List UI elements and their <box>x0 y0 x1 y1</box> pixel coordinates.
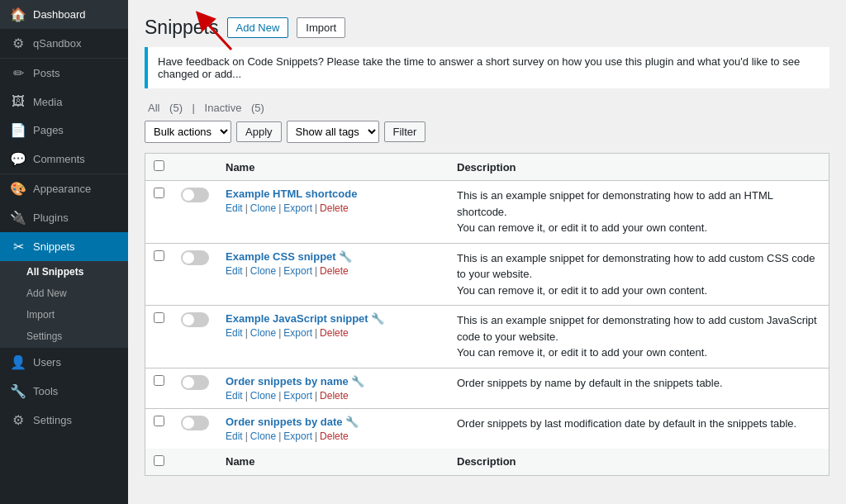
row-1-toggle[interactable] <box>181 250 209 265</box>
sidebar-submenu-all-snippets[interactable]: All Snippets <box>0 261 128 283</box>
row-0-action-clone[interactable]: Clone <box>250 202 276 214</box>
sidebar-submenu-add-new[interactable]: Add New <box>0 283 128 304</box>
import-button[interactable]: Import <box>297 17 345 38</box>
row-3-toggle-cell <box>173 368 217 408</box>
row-2-desc-line2: You can remove it, or edit it to add you… <box>457 345 820 361</box>
row-2-action-edit[interactable]: Edit <box>226 327 243 339</box>
sidebar-item-qsandbox[interactable]: ⚙ qSandbox <box>0 29 128 58</box>
sidebar-submenu-import[interactable]: Import <box>0 304 128 326</box>
row-3-actions: Edit|Clone|Export|Delete <box>226 390 440 402</box>
row-2-toggle[interactable] <box>181 312 209 327</box>
row-4-name-cell: Order snippets by date 🔧Edit|Clone|Expor… <box>217 408 449 449</box>
row-1-description-cell: This is an example snippet for demonstra… <box>449 243 829 306</box>
sidebar-item-snippets[interactable]: ✂ Snippets <box>0 232 128 261</box>
select-all-checkbox[interactable] <box>154 160 164 171</box>
row-0-checkbox-cell <box>145 181 173 244</box>
row-1-name-cell: Example CSS snippet 🔧Edit|Clone|Export|D… <box>217 243 449 306</box>
row-1-action-delete[interactable]: Delete <box>320 265 349 277</box>
row-0-action-export[interactable]: Export <box>283 202 312 214</box>
row-2-action-clone[interactable]: Clone <box>250 327 276 339</box>
plugins-icon: 🔌 <box>10 210 26 226</box>
sidebar-submenu-settings[interactable]: Settings <box>0 326 128 347</box>
notice-bar: Have feedback on Code Snippets? Please t… <box>145 47 829 88</box>
row-0-desc-line1: This is an example snippet for demonstra… <box>457 188 820 220</box>
table-row: Example JavaScript snippet 🔧Edit|Clone|E… <box>145 306 829 368</box>
row-3-action-clone[interactable]: Clone <box>250 390 276 402</box>
row-4-desc-line1: Order snippets by last modification date… <box>457 416 820 432</box>
media-icon: 🖼 <box>10 94 26 109</box>
sidebar-item-comments[interactable]: 💬 Comments <box>0 145 128 174</box>
row-2-description-cell: This is an example snippet for demonstra… <box>449 306 829 368</box>
row-4-actions: Edit|Clone|Export|Delete <box>226 430 440 442</box>
add-new-button[interactable]: Add New <box>227 17 289 38</box>
sidebar-item-users[interactable]: 👤 Users <box>0 348 128 377</box>
row-1-actions: Edit|Clone|Export|Delete <box>226 265 440 277</box>
row-3-action-delete[interactable]: Delete <box>320 390 349 402</box>
row-3-action-edit[interactable]: Edit <box>226 390 243 402</box>
row-4-checkbox[interactable] <box>154 416 164 426</box>
row-1-checkbox[interactable] <box>154 250 164 261</box>
sidebar-item-posts[interactable]: ✏ Posts <box>0 59 128 88</box>
row-0-toggle[interactable] <box>181 188 209 202</box>
row-2-actions: Edit|Clone|Export|Delete <box>226 327 440 339</box>
filter-inactive-link[interactable]: Inactive (5) <box>202 102 268 114</box>
row-2-name-link[interactable]: Example JavaScript snippet 🔧 <box>226 312 384 325</box>
row-4-action-export[interactable]: Export <box>283 430 312 442</box>
row-2-action-delete[interactable]: Delete <box>320 327 349 339</box>
select-all-checkbox-footer[interactable] <box>154 455 164 466</box>
row-0-desc-line2: You can remove it, or edit it to add you… <box>457 220 820 236</box>
page-title: Snippets <box>145 17 219 39</box>
col-checkbox-header <box>145 154 173 181</box>
row-4-action-edit[interactable]: Edit <box>226 430 243 442</box>
row-2-desc-line1: This is an example snippet for demonstra… <box>457 312 820 345</box>
row-0-name-link[interactable]: Example HTML shortcode <box>226 188 357 200</box>
row-0-checkbox[interactable] <box>154 188 164 198</box>
row-3-toggle[interactable] <box>181 375 209 390</box>
row-4-description-cell: Order snippets by last modification date… <box>449 408 829 449</box>
table-row: Example HTML shortcodeEdit|Clone|Export|… <box>145 181 829 244</box>
filter-all-link[interactable]: All (5) <box>145 102 189 114</box>
sidebar-item-media[interactable]: 🖼 Media <box>0 88 128 116</box>
filter-button[interactable]: Filter <box>384 121 426 142</box>
tools-icon: 🔧 <box>10 383 26 399</box>
row-4-checkbox-cell <box>145 408 173 449</box>
row-0-description-cell: This is an example snippet for demonstra… <box>449 181 829 244</box>
row-4-toggle[interactable] <box>181 416 209 430</box>
page-header: Snippets Add New Import <box>145 17 829 39</box>
sidebar-item-tools[interactable]: 🔧 Tools <box>0 377 128 406</box>
col-description-header: Description <box>449 154 829 181</box>
row-1-action-clone[interactable]: Clone <box>250 265 276 277</box>
row-1-name-link[interactable]: Example CSS snippet 🔧 <box>226 250 352 263</box>
row-2-action-export[interactable]: Export <box>283 327 312 339</box>
row-4-name-link[interactable]: Order snippets by date 🔧 <box>226 416 359 428</box>
row-4-action-delete[interactable]: Delete <box>320 430 349 442</box>
row-2-checkbox[interactable] <box>154 312 164 323</box>
bulk-actions-select[interactable]: Bulk actions <box>145 121 231 143</box>
sidebar-item-appearance[interactable]: 🎨 Appearance <box>0 174 128 203</box>
row-4-action-clone[interactable]: Clone <box>250 430 276 442</box>
sidebar-item-dashboard[interactable]: 🏠 Dashboard <box>0 0 128 29</box>
table-row: Order snippets by date 🔧Edit|Clone|Expor… <box>145 408 829 449</box>
row-3-action-export[interactable]: Export <box>283 390 312 402</box>
sidebar-item-pages[interactable]: 📄 Pages <box>0 116 128 145</box>
snippets-submenu: All Snippets Add New Import Settings <box>0 261 128 347</box>
apply-button[interactable]: Apply <box>236 121 282 142</box>
sidebar-item-settings[interactable]: ⚙ Settings <box>0 406 128 435</box>
tags-select[interactable]: Show all tags <box>287 121 379 143</box>
row-0-action-delete[interactable]: Delete <box>320 202 349 214</box>
row-0-actions: Edit|Clone|Export|Delete <box>226 202 440 214</box>
row-3-checkbox[interactable] <box>154 375 164 386</box>
row-0-action-edit[interactable]: Edit <box>226 202 243 214</box>
row-3-description-cell: Order snippets by name by default in the… <box>449 368 829 408</box>
notice-text: Have feedback on Code Snippets? Please t… <box>158 55 800 80</box>
row-3-checkbox-cell <box>145 368 173 408</box>
snippets-table: Name Description Example HTML shortcodeE… <box>145 153 829 476</box>
row-4-toggle-cell <box>173 408 217 449</box>
row-1-desc-line1: This is an example snippet for demonstra… <box>457 250 820 283</box>
qsandbox-icon: ⚙ <box>10 36 26 51</box>
sidebar-item-plugins[interactable]: 🔌 Plugins <box>0 203 128 232</box>
row-0-name-cell: Example HTML shortcodeEdit|Clone|Export|… <box>217 181 449 244</box>
row-1-action-edit[interactable]: Edit <box>226 265 243 277</box>
row-3-name-link[interactable]: Order snippets by name 🔧 <box>226 375 364 388</box>
row-1-action-export[interactable]: Export <box>283 265 312 277</box>
